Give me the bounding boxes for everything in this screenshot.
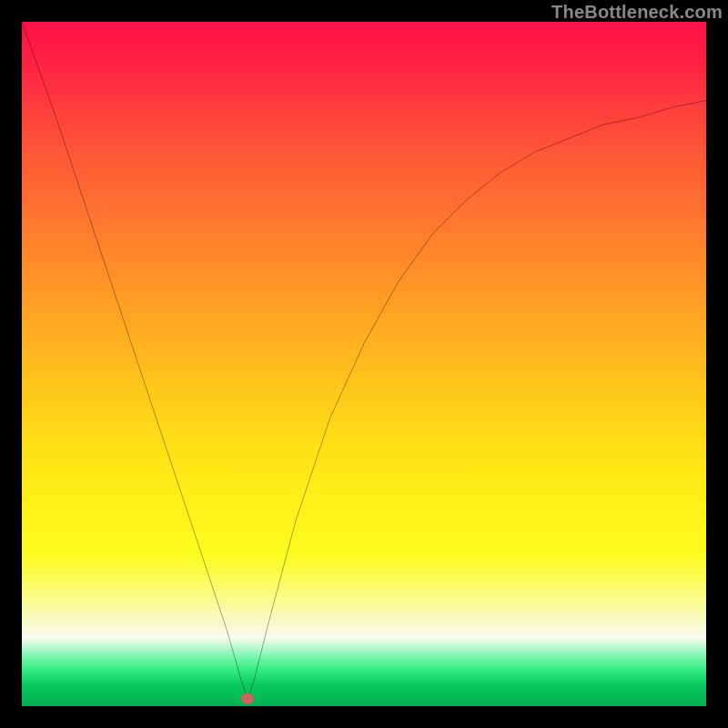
- plot-area: [22, 22, 706, 706]
- watermark-text: TheBottleneck.com: [551, 2, 723, 23]
- bottleneck-curve: [22, 22, 706, 706]
- curve-path: [22, 22, 706, 699]
- minimum-marker: [241, 693, 254, 704]
